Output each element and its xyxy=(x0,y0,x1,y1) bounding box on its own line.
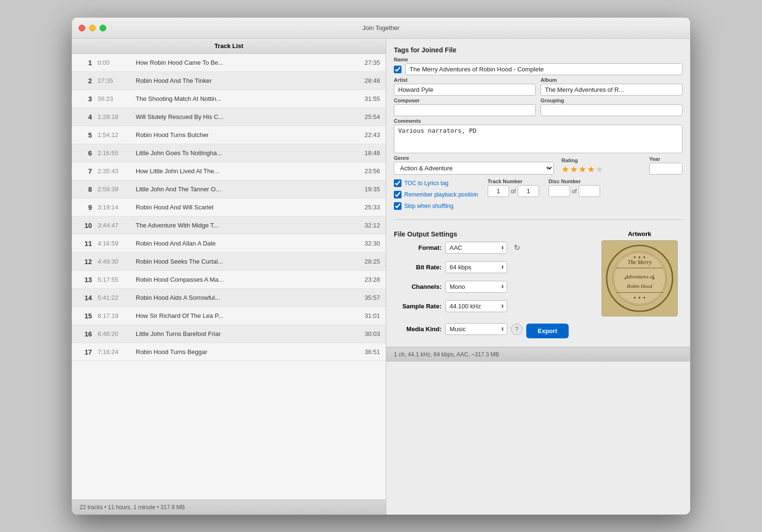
toc-checkbox[interactable] xyxy=(394,179,401,187)
track-row[interactable]: 114:16:59Robin Hood And Allan A Dale32:3… xyxy=(72,235,386,253)
track-number-inputs: of xyxy=(488,185,539,197)
toc-label[interactable]: TOC to Lyrics tag xyxy=(404,180,449,187)
format-row: Format: AAC MP3 AIFF WAV ⬍ ↻ xyxy=(394,242,589,254)
minimize-button[interactable] xyxy=(89,25,96,31)
track-row[interactable]: 72:35:43How Little John Lived At The...2… xyxy=(72,162,386,180)
comments-textarea[interactable] xyxy=(394,125,682,153)
track-list-header: Track List xyxy=(72,39,386,54)
grouping-input[interactable] xyxy=(541,104,682,116)
artwork-image[interactable]: The Merry Adventures of Robin Hood xyxy=(602,240,678,316)
maximize-button[interactable] xyxy=(100,25,106,31)
left-panel: Track List 10:00How Robin Hood Came To B… xyxy=(72,39,386,514)
composer-group: Composer xyxy=(394,98,536,116)
star-2[interactable]: ★ xyxy=(570,165,579,174)
remember-label[interactable]: Remember playback position xyxy=(404,191,478,198)
track-row[interactable]: 135:17:55Robin Hood Compasses A Ma...23:… xyxy=(72,271,386,289)
genre-select[interactable]: Action & Adventure Fiction Non-Fiction xyxy=(394,162,554,175)
track-time: 5:41:22 xyxy=(98,294,136,301)
disc-total-input[interactable] xyxy=(579,185,600,197)
track-num: 16 xyxy=(78,330,92,338)
track-time: 2:35:43 xyxy=(98,167,136,175)
track-number-label: Track Number xyxy=(488,178,539,184)
track-row[interactable]: 145:41:22Robin Hood Aids A Sorrowful...3… xyxy=(72,289,386,307)
media-kind-select[interactable]: Music Audiobook Podcast xyxy=(445,323,507,335)
name-label: Name xyxy=(394,57,682,62)
track-time: 3:44:47 xyxy=(98,222,136,229)
genre-rating-year-row: Genre Action & Adventure Fiction Non-Fic… xyxy=(394,155,682,175)
track-row[interactable]: 62:16:55Little John Goes To Nottingha...… xyxy=(72,144,386,162)
track-row[interactable]: 10:00How Robin Hood Came To Be...27:35 xyxy=(72,54,386,72)
track-number-input[interactable] xyxy=(488,185,509,197)
track-time: 6:17:19 xyxy=(98,312,136,319)
track-title: Robin Hood And Allan A Dale xyxy=(136,240,356,247)
refresh-button[interactable]: ↻ xyxy=(511,242,522,254)
track-total-input[interactable] xyxy=(518,185,539,197)
name-checkbox[interactable] xyxy=(394,66,401,73)
titlebar: Join Together xyxy=(72,18,690,39)
svg-point-10 xyxy=(653,277,655,279)
track-row[interactable]: 93:19:14Robin Hood And Will Scarlet25:33 xyxy=(72,198,386,217)
skip-checkbox[interactable] xyxy=(394,202,401,210)
sample-rate-select[interactable]: 22.050 kHz 32 kHz 44.100 kHz 48 kHz xyxy=(445,300,507,312)
track-row[interactable]: 156:17:19How Sir Richard Of The Lea P...… xyxy=(72,307,386,325)
track-title: How Sir Richard Of The Lea P... xyxy=(136,312,356,319)
right-status-text: 1 ch, 44.1 kHz, 64 kbps, AAC, ~317.3 MB xyxy=(394,351,499,358)
track-list-body[interactable]: 10:00How Robin Hood Came To Be...27:3522… xyxy=(72,54,386,500)
track-title: The Shooting Match At Nottin... xyxy=(136,95,356,102)
track-row[interactable]: 227:35Robin Hood And The Tinker28:48 xyxy=(72,72,386,90)
artist-input[interactable] xyxy=(394,84,536,96)
right-status-bar: 1 ch, 44.1 kHz, 64 kbps, AAC, ~317.3 MB xyxy=(386,347,690,362)
track-row[interactable]: 82:59:39Little John And The Tanner O...1… xyxy=(72,180,386,198)
name-row xyxy=(394,63,682,75)
media-kind-row: Media Kind: Music Audiobook Podcast ⬍ ? xyxy=(394,320,589,338)
svg-text:The Merry: The Merry xyxy=(628,259,652,266)
track-row[interactable]: 166:48:20Little John Turns Barefoot Fria… xyxy=(72,325,386,343)
track-title: The Adventure With Midge T... xyxy=(136,222,356,229)
toc-row: TOC to Lyrics tag xyxy=(394,179,478,187)
help-button[interactable]: ? xyxy=(511,324,522,335)
album-input[interactable] xyxy=(541,84,682,96)
track-duration: 25:54 xyxy=(356,113,380,120)
bitrate-select[interactable]: 32 kbps 40 kbps 48 kbps 56 kbps 64 kbps … xyxy=(445,261,507,273)
channels-select[interactable]: Mono Stereo xyxy=(445,281,507,293)
track-title: Robin Hood Compasses A Ma... xyxy=(136,276,356,283)
star-4[interactable]: ★ xyxy=(587,165,596,174)
bitrate-label: Bit Rate: xyxy=(394,264,441,271)
track-time: 1:28:18 xyxy=(98,113,136,120)
track-row[interactable]: 124:49:30Robin Hood Seeks The Curtal...2… xyxy=(72,253,386,271)
track-num: 2 xyxy=(78,77,92,85)
track-num: 1 xyxy=(78,59,92,67)
track-duration: 19:35 xyxy=(356,186,380,193)
export-button[interactable]: Export xyxy=(526,324,569,338)
stars-display[interactable]: ★★★★★ xyxy=(561,164,642,175)
track-row[interactable]: 103:44:47The Adventure With Midge T...32… xyxy=(72,217,386,235)
composer-input[interactable] xyxy=(394,104,536,116)
track-time: 2:59:39 xyxy=(98,186,136,193)
format-select[interactable]: AAC MP3 AIFF WAV xyxy=(445,242,507,254)
close-button[interactable] xyxy=(79,25,85,31)
format-label: Format: xyxy=(394,244,441,251)
skip-label[interactable]: Skip when shuffling xyxy=(404,203,453,209)
disc-number-input[interactable] xyxy=(549,185,570,197)
artist-album-row: Artist Album xyxy=(394,77,682,98)
tags-section: Tags for Joined File Name Artist xyxy=(394,46,682,211)
star-3[interactable]: ★ xyxy=(579,165,587,174)
remember-checkbox[interactable] xyxy=(394,191,401,198)
main-content: Track List 10:00How Robin Hood Came To B… xyxy=(72,39,690,514)
sample-rate-select-wrapper: 22.050 kHz 32 kHz 44.100 kHz 48 kHz ⬍ xyxy=(445,300,507,312)
track-row[interactable]: 41:28:18Will Stutely Rescued By His C...… xyxy=(72,108,386,126)
star-1[interactable]: ★ xyxy=(561,165,570,174)
year-label: Year xyxy=(649,156,682,162)
track-row[interactable]: 177:18:24Robin Hood Turns Beggar36:51 xyxy=(72,343,386,361)
track-row[interactable]: 51:54:12Robin Hood Turns Butcher22:43 xyxy=(72,126,386,144)
star-5[interactable]: ★ xyxy=(596,165,604,174)
name-input[interactable] xyxy=(405,63,682,75)
track-num: 3 xyxy=(78,95,92,103)
file-output-title: File Output Settings xyxy=(394,230,589,238)
year-input[interactable] xyxy=(649,163,682,175)
track-row[interactable]: 356:23The Shooting Match At Nottin...31:… xyxy=(72,90,386,108)
track-num: 8 xyxy=(78,186,92,193)
track-disc-section: Track Number of Disc Number of xyxy=(488,178,600,197)
track-duration: 36:51 xyxy=(356,348,380,355)
rating-group: Rating ★★★★★ xyxy=(561,158,642,175)
